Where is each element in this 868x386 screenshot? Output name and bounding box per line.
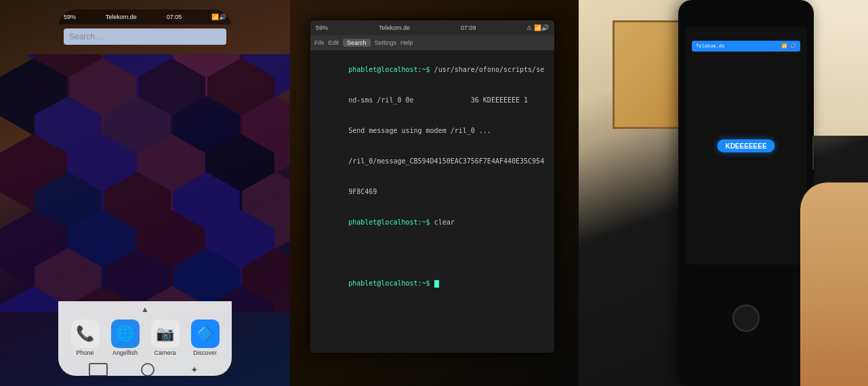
status-bar: 59% Telekom.de 07:05 📶🔊 [58, 9, 232, 24]
carrier: Telekom.de [106, 14, 137, 20]
terminal-line-6 [316, 237, 549, 248]
tab-settings[interactable]: Settings [375, 39, 397, 46]
tab-edit[interactable]: Edit [329, 39, 339, 46]
kde-carrier: Telekom.de [696, 43, 724, 49]
panel-homescreen: 59% Telekom.de 07:05 📶🔊 Search ... ▲ 📞 P… [0, 0, 290, 386]
panel-terminal: 59% Telekom.de 07:09 ⚠ 📶🔊 File Edit Sear… [290, 0, 579, 386]
dock-app-camera-label: Camera [154, 349, 175, 356]
phone-screen: 59% Telekom.de 07:05 📶🔊 Search ... ▲ 📞 P… [58, 9, 232, 376]
bottom-navigation: ✦ [58, 360, 232, 376]
hand [800, 182, 868, 386]
terminal-line-4: 9F8C469 [316, 176, 549, 207]
time: 07:05 [167, 14, 182, 20]
phone-back-screen: Telekom.de 📶 🔊 KDEEEEEEE [685, 27, 807, 265]
tab-search[interactable]: Search [343, 39, 371, 47]
dock-app-camera[interactable]: 📷 Camera [151, 320, 180, 356]
dock-app-angelfish-label: Angelfish [112, 349, 138, 356]
panel-phone-back: Telekom.de 📶 🔊 KDEEEEEEE [579, 0, 868, 386]
tab-file[interactable]: File [314, 39, 325, 46]
terminal-output: phablet@localhost:~$ /usr/share/ofono/sc… [310, 50, 554, 303]
terminal-battery: 59% [316, 24, 328, 31]
kde-status-bar: Telekom.de 📶 🔊 [692, 41, 800, 52]
dock-app-discover[interactable]: 🔷 Discover [191, 320, 220, 356]
dock-app-phone-label: Phone [76, 349, 94, 356]
terminal-line-8 [316, 258, 549, 268]
power-button [812, 156, 814, 170]
nav-back-button[interactable] [89, 363, 108, 376]
terminal-line-5: phablet@localhost:~$ clear [316, 207, 549, 237]
terminal-line-1: nd-sms /ril_0 0e 36 KDEEEEEEE 1 [316, 85, 549, 115]
terminal-line-3: /ril_0/message_CB594D4150EAC3756F7E4AF44… [316, 146, 549, 176]
terminal-status-icons: ⚠ 📶🔊 [526, 24, 549, 31]
terminal-cursor [434, 280, 439, 288]
terminal-line-9: phablet@localhost:~$ [316, 268, 549, 298]
nav-menu-button[interactable]: ✦ [188, 363, 201, 376]
dock-app-phone[interactable]: 📞 Phone [71, 320, 100, 356]
nav-home-button[interactable] [141, 363, 154, 376]
battery-status: 59% [64, 14, 76, 20]
terminal-time: 07:09 [461, 24, 476, 31]
tab-help[interactable]: Help [400, 39, 413, 46]
terminal-line-2: Send message using modem /ril_0 ... [316, 115, 549, 146]
terminal-status-bar: 59% Telekom.de 07:09 ⚠ 📶🔊 [310, 20, 554, 35]
terminal-line-0: phablet@localhost:~$ /usr/share/ofono/sc… [316, 54, 549, 85]
terminal-window: 59% Telekom.de 07:09 ⚠ 📶🔊 File Edit Sear… [310, 20, 554, 353]
dock-icons-row: 📞 Phone 🌐 Angelfish 📷 Camera 🔷 Discover [58, 317, 232, 359]
kde-icons: 📶 🔊 [781, 43, 796, 49]
terminal-tab-bar: File Edit Search Settings Help [310, 35, 554, 50]
terminal-carrier: Telekom.de [379, 24, 410, 31]
volume-button [812, 136, 814, 156]
terminal-line-7 [316, 248, 549, 258]
dock-app-discover-label: Discover [193, 349, 217, 356]
kde-badge: KDEEEEEEE [717, 140, 774, 153]
status-icons: 📶🔊 [211, 14, 226, 20]
dock-arrow: ▲ [58, 302, 232, 317]
app-dock: ▲ 📞 Phone 🌐 Angelfish 📷 Camera 🔷 Discov [58, 301, 232, 376]
fingerprint-sensor [732, 305, 760, 332]
dock-app-angelfish[interactable]: 🌐 Angelfish [111, 320, 140, 356]
phone-back-view: Telekom.de 📶 🔊 KDEEEEEEE [678, 0, 814, 386]
search-bar[interactable]: Search ... [64, 28, 226, 45]
search-placeholder: Search ... [69, 32, 104, 41]
